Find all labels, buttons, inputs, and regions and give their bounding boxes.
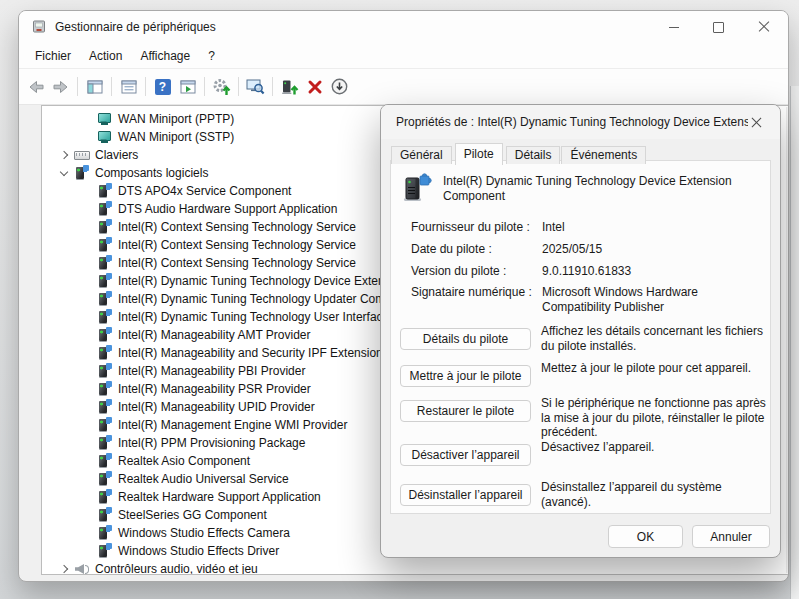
tree-item[interactable]: Contrôleurs audio, vidéo et jeu (42, 560, 787, 574)
driver-action-button[interactable]: Mettre à jour le pilote (400, 365, 531, 387)
tree-item-label: Intel(R) PPM Provisioning Package (118, 436, 305, 450)
device-type-icon (97, 327, 113, 343)
tree-item-label: WAN Miniport (PPTP) (118, 112, 234, 126)
driver-action-button[interactable]: Détails du pilote (400, 328, 531, 350)
device-type-icon (97, 489, 113, 505)
properties-icon (120, 78, 138, 96)
device-type-icon (97, 471, 113, 487)
expander-icon[interactable] (58, 149, 70, 161)
scan-hardware-button[interactable] (209, 75, 234, 99)
window-title: Gestionnaire de périphériques (55, 20, 216, 34)
driver-field-row: Version du pilote : 9.0.11910.61833 (391, 264, 770, 280)
tree-item-label: Windows Studio Effects Camera (118, 526, 290, 540)
expander-icon[interactable] (58, 167, 70, 179)
tree-item-label: Composants logiciels (95, 166, 208, 180)
device-type-icon (97, 381, 113, 397)
device-type-icon (97, 543, 113, 559)
tree-item-label: Realtek Audio Universal Service (118, 472, 289, 486)
tree-item-label: Intel(R) Manageability AMT Provider (118, 328, 311, 342)
show-console-tree-button[interactable] (82, 75, 107, 99)
software-component-icon (399, 171, 433, 209)
field-label: Version du pilote : (411, 264, 506, 278)
device-type-icon (97, 399, 113, 415)
search-computer-icon (246, 77, 265, 96)
pilote-tab-panel: Intel(R) Dynamic Tuning Technology Devic… (390, 160, 771, 514)
dialog-tab[interactable]: Événements (561, 146, 646, 164)
search-computer-button[interactable] (243, 75, 268, 99)
device-type-icon (97, 183, 113, 199)
field-label: Fournisseur du pilote : (411, 220, 530, 234)
tree-item-label: Realtek Asio Component (118, 454, 250, 468)
toolbar-separator (145, 77, 146, 96)
tree-item-label: DTS Audio Hardware Support Application (118, 202, 337, 216)
minimize-button[interactable] (651, 12, 696, 42)
maximize-button[interactable] (696, 12, 741, 42)
device-type-icon (97, 417, 113, 433)
close-button[interactable] (741, 12, 786, 42)
device-type-icon (97, 111, 113, 127)
device-type-icon (97, 129, 113, 145)
ok-button[interactable]: OK (608, 525, 683, 548)
expander-icon[interactable] (58, 563, 70, 574)
uninstall-device-button[interactable] (302, 75, 327, 99)
menu-item[interactable]: Affichage (131, 46, 199, 66)
device-type-icon (74, 561, 90, 574)
back-button[interactable] (23, 75, 48, 99)
tree-item-label: DTS APO4x Service Component (118, 184, 291, 198)
device-type-icon (97, 435, 113, 451)
tree-scrollbar[interactable] (786, 107, 789, 573)
dialog-tab[interactable]: Général (391, 146, 452, 164)
dialog-close-button[interactable] (740, 109, 772, 135)
tree-item-label: Intel(R) Context Sensing Technology Serv… (118, 220, 356, 234)
field-value: Microsoft Windows Hardware Compatibility… (542, 285, 770, 315)
back-icon (27, 78, 45, 96)
desktop: Gestionnaire de périphériques Fichier Ac… (0, 0, 799, 599)
driver-field-row: Fournisseur du pilote : Intel (391, 220, 770, 236)
dialog-titlebar: Propriétés de : Intel(R) Dynamic Tuning … (381, 105, 780, 139)
device-type-icon (97, 363, 113, 379)
field-value: 9.0.11910.61833 (542, 264, 770, 279)
field-value: Intel (542, 220, 770, 235)
tree-item-label: Intel(R) Management Engine WMI Provider (118, 418, 347, 432)
device-type-icon (97, 453, 113, 469)
close-icon (751, 117, 762, 128)
toolbar-separator (111, 77, 112, 96)
device-type-icon (97, 345, 113, 361)
properties-dialog: Propriétés de : Intel(R) Dynamic Tuning … (380, 104, 781, 558)
toolbar: ? (19, 69, 788, 105)
driver-action-description: Désactivez l’appareil. (541, 440, 769, 455)
device-type-icon (97, 255, 113, 271)
device-type-icon (97, 237, 113, 253)
disable-device-button[interactable] (327, 75, 352, 99)
tree-item-label: Claviers (95, 148, 138, 162)
device-type-icon (97, 507, 113, 523)
toolbar-separator (238, 77, 239, 96)
device-type-icon (97, 201, 113, 217)
dialog-title: Propriétés de : Intel(R) Dynamic Tuning … (396, 115, 748, 129)
driver-action-button[interactable]: Désinstaller l’appareil (400, 484, 531, 506)
device-type-icon (74, 165, 90, 181)
cancel-button[interactable]: Annuler (692, 525, 770, 548)
update-driver-button[interactable] (277, 75, 302, 99)
tree-item-label: Windows Studio Effects Driver (118, 544, 279, 558)
menu-item[interactable]: ? (199, 46, 224, 66)
device-type-icon (74, 147, 90, 163)
help-button[interactable]: ? (150, 75, 175, 99)
dialog-tab[interactable]: Pilote (455, 143, 503, 165)
dialog-tab[interactable]: Détails (506, 146, 561, 164)
menu-item[interactable]: Action (80, 46, 131, 66)
driver-action-button[interactable]: Restaurer le pilote (400, 400, 531, 422)
properties-button[interactable] (116, 75, 141, 99)
menu-item[interactable]: Fichier (26, 46, 80, 66)
titlebar: Gestionnaire de périphériques (19, 11, 788, 43)
device-type-icon (97, 291, 113, 307)
forward-button[interactable] (48, 75, 73, 99)
scan-hardware-icon (212, 77, 231, 96)
driver-action-description: Désinstallez l’appareil du système (avan… (541, 480, 769, 509)
disable-device-icon (330, 77, 349, 96)
driver-action-button[interactable]: Désactiver l’appareil (400, 444, 531, 466)
action-pane-button[interactable] (175, 75, 200, 99)
field-label: Signataire numérique : (411, 285, 532, 299)
device-type-icon (97, 273, 113, 289)
driver-action-description: Mettez à jour le pilote pour cet apparei… (541, 361, 769, 376)
